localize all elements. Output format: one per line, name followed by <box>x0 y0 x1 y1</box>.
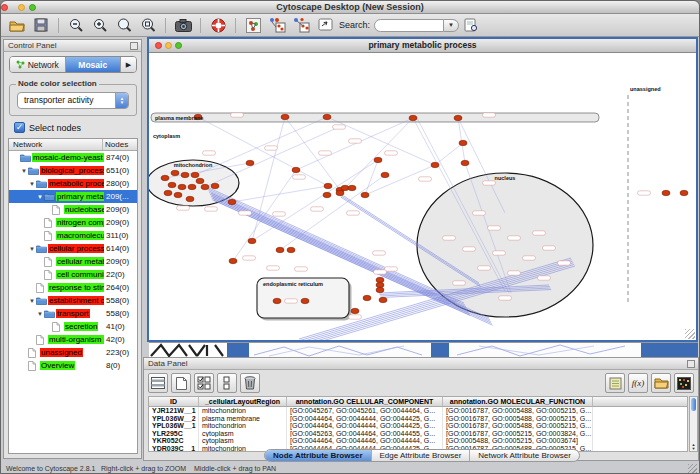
graph-node[interactable] <box>181 172 189 177</box>
attribute-matrix-button[interactable] <box>674 373 694 393</box>
scrollbar-thumb[interactable] <box>691 398 696 411</box>
expand-arrow-icon[interactable]: ▼ <box>28 246 36 252</box>
table-column-header[interactable]: _cellularLayoutRegion <box>199 397 287 406</box>
graph-node[interactable] <box>376 282 384 287</box>
graph-node[interactable] <box>662 190 670 195</box>
background-window[interactable] <box>431 342 449 357</box>
tree-row[interactable]: ▼metabolic process280(0) <box>9 177 137 190</box>
select-all-attributes-button[interactable] <box>148 373 168 393</box>
graph-node[interactable] <box>287 247 295 252</box>
search-dropdown-icon[interactable]: ▼ <box>444 19 459 32</box>
expand-arrow-icon[interactable]: ▼ <box>28 298 36 304</box>
graph-node[interactable] <box>363 295 371 300</box>
snapshot-button[interactable] <box>171 15 195 35</box>
tree-row[interactable]: response to stimulu264(0) <box>9 281 137 294</box>
tab-mosaic[interactable]: Mosaic <box>66 57 122 72</box>
minimize-view-icon[interactable] <box>165 42 172 49</box>
search-input[interactable] <box>374 19 444 32</box>
tab-network[interactable]: Network <box>10 57 66 72</box>
zoom-out-button[interactable] <box>64 15 88 35</box>
graph-node[interactable] <box>336 190 344 195</box>
graph-node[interactable] <box>211 183 219 188</box>
graph-node[interactable] <box>454 115 462 120</box>
resize-grip-icon[interactable] <box>685 329 695 339</box>
tree-row[interactable]: unassigned223(0) <box>9 346 137 359</box>
expand-arrow-icon[interactable]: ▼ <box>28 181 36 187</box>
graph-node[interactable] <box>174 192 182 197</box>
graph-node[interactable] <box>273 298 281 303</box>
tree-row[interactable]: ▼transport558(0) <box>9 307 137 320</box>
expand-arrow-icon[interactable]: ▼ <box>20 168 28 174</box>
select-nodes-checkbox[interactable]: ✓ <box>14 122 25 133</box>
graph-node[interactable] <box>361 192 369 197</box>
select-attributes-button[interactable] <box>194 373 214 393</box>
graph-node[interactable] <box>323 192 331 197</box>
close-window-icon[interactable] <box>1 4 8 11</box>
attribute-notes-button[interactable] <box>605 373 625 393</box>
graph-node[interactable] <box>196 178 204 183</box>
tree-row[interactable]: cellular metabo209(0) <box>9 255 137 268</box>
window-titlebar[interactable]: Cytoscape Desktop (New Session) <box>1 1 699 14</box>
network-window-titlebar[interactable]: primary metabolic process <box>149 39 696 53</box>
tree-row[interactable]: ▼primary metabo209(... <box>9 190 137 203</box>
graph-node[interactable] <box>171 170 179 175</box>
graph-node[interactable] <box>186 196 194 201</box>
zoom-selected-button[interactable] <box>112 15 136 35</box>
float-panel-icon[interactable] <box>687 360 695 368</box>
graph-node[interactable] <box>348 185 356 190</box>
graph-node[interactable] <box>228 199 236 204</box>
graph-node[interactable] <box>459 140 467 145</box>
graph-node[interactable] <box>431 162 439 167</box>
background-window[interactable] <box>449 342 641 357</box>
layout-merge-button[interactable] <box>289 15 313 35</box>
tree-row[interactable]: Overview8(0) <box>9 359 137 372</box>
scrollbar-arrows-icon[interactable]: ▲▼ <box>690 443 697 451</box>
table-row[interactable]: YPL036W__2plasma membrane[GO:0044464, GO… <box>149 415 687 423</box>
maximize-view-icon[interactable] <box>175 42 182 49</box>
graph-node[interactable] <box>374 157 382 162</box>
tree-row[interactable]: nucleobase-209(0) <box>9 203 137 216</box>
table-column-header[interactable]: ID <box>149 397 199 406</box>
graph-node[interactable] <box>161 175 169 180</box>
tab-edge-attribute-browser[interactable]: Edge Attribute Browser <box>372 450 471 461</box>
formula-builder-button[interactable]: f(x) <box>628 373 648 393</box>
node-color-select[interactable]: transporter activity ▲▼ <box>17 92 129 109</box>
tree-row[interactable]: macromolecule311(0) <box>9 229 137 242</box>
background-window[interactable] <box>641 342 698 357</box>
tree-row[interactable]: nitrogen compo209(0) <box>9 216 137 229</box>
graph-node[interactable] <box>292 167 300 172</box>
layout-split-button[interactable] <box>265 15 289 35</box>
import-attributes-button[interactable] <box>651 373 671 393</box>
graph-node[interactable] <box>201 184 209 189</box>
graph-node[interactable] <box>379 297 387 302</box>
table-row[interactable]: YLR295Ccytoplasm[GO:0045263, GO:0044464,… <box>149 430 687 438</box>
graph-node[interactable] <box>188 184 196 189</box>
plasma-membrane-region[interactable] <box>151 113 599 122</box>
tree-row[interactable]: mosaic-demo-yeast874(0) <box>9 151 137 164</box>
table-row[interactable]: YKR052Ccytoplasm[GO:0044464, GO:0044446,… <box>149 437 687 445</box>
minimize-window-icon[interactable] <box>18 4 25 11</box>
table-column-header[interactable]: annotation.GO MOLECULAR_FUNCTION <box>443 397 593 406</box>
table-row[interactable]: YPL036W__1mitochondrion[GO:0044464, GO:0… <box>149 422 687 430</box>
graph-node[interactable] <box>164 190 172 195</box>
graph-node[interactable] <box>229 258 237 263</box>
graph-node[interactable] <box>351 308 359 313</box>
annotation-button[interactable] <box>313 15 337 35</box>
zoom-in-button[interactable] <box>88 15 112 35</box>
table-scrollbar[interactable]: ▲▼ <box>689 396 698 452</box>
expand-arrow-icon[interactable]: ▼ <box>36 311 44 317</box>
graph-node[interactable] <box>376 277 384 282</box>
unselect-attributes-button[interactable] <box>217 373 237 393</box>
background-window[interactable] <box>249 342 431 357</box>
background-window[interactable] <box>227 342 249 357</box>
graph-node[interactable] <box>248 238 256 243</box>
float-panel-icon[interactable] <box>130 42 138 50</box>
close-view-icon[interactable] <box>155 42 162 49</box>
save-button[interactable] <box>29 15 53 35</box>
graph-node[interactable] <box>191 172 199 177</box>
graph-node[interactable] <box>409 115 417 120</box>
expand-arrow-icon[interactable]: ▼ <box>36 194 44 200</box>
tree-column-network[interactable]: Network <box>9 139 103 150</box>
tree-row[interactable]: cell communicat22(0) <box>9 268 137 281</box>
graph-node[interactable] <box>301 298 309 303</box>
